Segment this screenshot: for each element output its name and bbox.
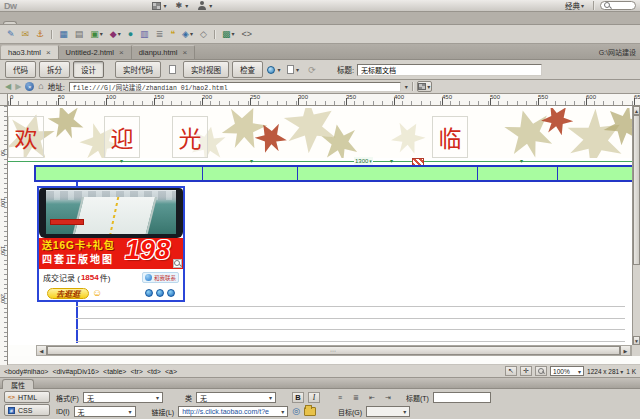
nav-cell[interactable] [298, 167, 478, 180]
nav-cell[interactable] [478, 167, 558, 180]
home-icon[interactable]: ⌂ [38, 82, 43, 91]
vertical-scroll-thumb[interactable] [633, 115, 640, 265]
table-width-value[interactable]: 1300 [354, 157, 373, 165]
point-to-file-icon[interactable]: ◎ [292, 407, 300, 416]
banner-char[interactable]: 欢 [8, 116, 44, 158]
tag-selector-item[interactable]: <table> [103, 368, 126, 375]
file-management-icon[interactable] [285, 63, 301, 77]
link-combo[interactable]: http://s.click.taobao.com/t?e [178, 406, 288, 417]
scroll-down-icon[interactable]: ▼ [633, 336, 640, 345]
back-icon[interactable]: ◀ [5, 83, 11, 91]
user-community-icon[interactable] [197, 1, 212, 10]
zoom-tool-icon[interactable] [535, 366, 547, 376]
table-icon[interactable]: ▦ [59, 30, 68, 39]
live-code-button[interactable]: 实时代码 [115, 61, 161, 78]
close-tab-icon[interactable]: × [46, 49, 51, 57]
template-icon[interactable]: ▩ [222, 30, 235, 39]
insert-tab[interactable] [31, 22, 43, 24]
split-view-button[interactable]: 拆分 [39, 61, 70, 78]
format-select[interactable]: 无 [83, 392, 163, 403]
search-input[interactable] [613, 3, 632, 9]
banner-char[interactable]: 临 [432, 116, 468, 158]
nav-cell[interactable] [36, 167, 203, 180]
column-menu-icon[interactable]: ▾ [520, 158, 523, 165]
address-input[interactable] [69, 82, 401, 92]
id-select[interactable]: 无 [74, 406, 136, 417]
insert-tab[interactable] [96, 22, 108, 24]
live-view-button[interactable]: 实时视图 [183, 61, 229, 78]
date-icon[interactable]: ▥ [140, 30, 149, 39]
tag-selector-item[interactable]: <tr> [130, 368, 142, 375]
extensions-gear-icon[interactable]: ✱ [176, 2, 189, 10]
zoom-level-select[interactable]: 100%▾ [550, 366, 584, 376]
address-dropdown-icon[interactable]: ▾ [405, 83, 408, 90]
indent-icon[interactable]: ⇥ [382, 392, 394, 403]
hyperlink-icon[interactable]: ✎ [7, 30, 15, 39]
document-tab[interactable]: hao3.html × [1, 45, 59, 59]
scroll-up-icon[interactable]: ▲ [633, 106, 640, 115]
banner-char[interactable]: 光 [172, 116, 208, 158]
insert-tab[interactable] [18, 22, 30, 24]
vertical-scrollbar[interactable]: ▲ ▼ [632, 106, 640, 345]
window-size-select[interactable]: 1224 x 281 [587, 368, 623, 375]
script-icon[interactable]: ◈ [182, 30, 193, 39]
insert-tab[interactable] [70, 22, 82, 24]
insert-tab[interactable] [83, 22, 95, 24]
document-tab[interactable]: Untitled-2.html × [59, 45, 132, 59]
live-code-nav-icon[interactable] [164, 63, 180, 77]
code-view-button[interactable]: 代码 [5, 61, 36, 78]
stop-icon[interactable] [25, 82, 34, 91]
banner-char[interactable]: 迎 [104, 116, 140, 158]
ordered-list-icon[interactable]: ≣ [350, 392, 362, 403]
browse-folder-icon[interactable] [304, 407, 316, 416]
tag-selector-item[interactable]: <body#nihao> [4, 368, 48, 375]
tag-selector-item[interactable]: <td> [147, 368, 161, 375]
horizontal-scrollbar[interactable]: ◀ ⋯ ▶ [36, 345, 631, 356]
select-tool-icon[interactable]: ↖ [505, 366, 517, 376]
close-tab-icon[interactable]: × [182, 49, 187, 57]
refresh-icon[interactable]: ⟳ [304, 63, 320, 77]
named-anchor-icon[interactable]: ⚓ [36, 30, 44, 39]
document-title-input[interactable] [357, 64, 542, 76]
italic-button[interactable]: I [308, 392, 320, 403]
image-icon[interactable]: ▣ [90, 30, 103, 39]
column-menu-icon[interactable]: ▾ [390, 158, 393, 165]
unordered-list-icon[interactable]: ≡ [334, 392, 346, 403]
forward-icon[interactable]: ▶ [15, 83, 21, 91]
scroll-right-icon[interactable]: ▶ [620, 346, 630, 355]
inspect-button[interactable]: 检查 [232, 61, 263, 78]
column-menu-icon[interactable]: ▾ [250, 158, 253, 165]
head-icon[interactable]: ◇ [200, 30, 207, 39]
email-link-icon[interactable]: ✉ [22, 30, 30, 39]
insert-div-icon[interactable]: ▤ [75, 30, 84, 39]
design-view-button[interactable]: 设计 [73, 61, 104, 78]
insert-tab[interactable] [57, 22, 69, 24]
welcome-banner[interactable]: 欢迎光临 [8, 108, 632, 158]
bold-button[interactable]: B [292, 392, 304, 403]
scroll-left-icon[interactable]: ◀ [37, 346, 47, 355]
search-box[interactable] [600, 1, 636, 10]
nav-cell[interactable] [203, 167, 298, 180]
nav-cell[interactable] [558, 167, 632, 180]
live-view-options-icon[interactable] [417, 81, 432, 92]
horizontal-scroll-thumb[interactable]: ⋯ [47, 346, 620, 355]
comment-icon[interactable]: ❝ [170, 30, 175, 39]
tag-selector-item[interactable]: <div#apDiv16> [52, 368, 99, 375]
hand-tool-icon[interactable]: ✛ [520, 366, 532, 376]
server-include-icon[interactable]: ≣ [156, 30, 164, 39]
insert-tab[interactable] [3, 21, 17, 24]
property-panel-tab[interactable]: 属性 [2, 379, 34, 389]
insert-tab[interactable] [44, 22, 56, 24]
class-select[interactable]: 无 [196, 392, 276, 403]
html-mode-button[interactable]: <> HTML [4, 391, 50, 403]
tag-chooser-icon[interactable]: <> [241, 30, 252, 39]
preview-browser-icon[interactable] [266, 63, 282, 77]
widget-icon[interactable]: ● [128, 30, 133, 39]
close-tab-icon[interactable]: × [119, 49, 124, 57]
design-view-canvas[interactable]: 欢迎光临 ▾ ▾ ▾ ▾ 1300 [8, 106, 632, 345]
css-mode-button[interactable]: # CSS [4, 404, 50, 416]
outdent-icon[interactable]: ⇤ [366, 392, 378, 403]
tag-selector-item[interactable]: <a> [165, 368, 177, 375]
media-icon[interactable]: ◆ [110, 30, 121, 39]
column-menu-icon[interactable]: ▾ [120, 158, 123, 165]
